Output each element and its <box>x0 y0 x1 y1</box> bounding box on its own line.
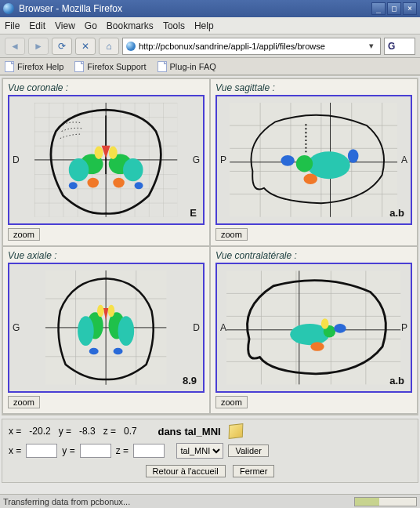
coords-panel: x = -20.2 y = -8.3 z = 0.7 dans tal_MNI … <box>2 419 418 483</box>
url-dropdown-icon[interactable]: ▾ <box>366 41 377 51</box>
forward-button[interactable]: ► <box>28 38 49 55</box>
svg-point-5 <box>69 158 89 181</box>
coord-z-label: z = <box>103 426 116 437</box>
retour-button[interactable]: Retour à l'accueil <box>146 465 226 477</box>
svg-point-7 <box>88 178 100 188</box>
page-icon <box>74 61 84 72</box>
bookmark-firefox-help[interactable]: Firefox Help <box>5 61 63 72</box>
url-text: http://pcbonux/sandrine/appli-1/appli/fi… <box>139 42 366 51</box>
menu-edit[interactable]: Edit <box>29 20 45 31</box>
firefox-globe-icon <box>3 3 14 14</box>
coord-z-value: 0.7 <box>124 426 137 437</box>
input-z-label: z = <box>116 445 129 456</box>
zoom-button[interactable]: zoom <box>215 396 248 408</box>
valider-button[interactable]: Valider <box>228 444 268 457</box>
side-label-right: A <box>401 154 407 165</box>
slice-label: 8.9 <box>183 375 197 386</box>
bookmark-firefox-support[interactable]: Firefox Support <box>74 61 146 72</box>
coord-y-label: y = <box>59 426 71 437</box>
slice-label: E <box>190 207 197 219</box>
side-label-left: A <box>220 322 226 333</box>
menu-help[interactable]: Help <box>194 20 214 31</box>
window-close-button[interactable]: × <box>403 2 417 15</box>
side-label-right: G <box>193 154 200 165</box>
window-minimize-button[interactable]: _ <box>371 2 386 15</box>
svg-point-42 <box>118 316 135 346</box>
svg-point-9 <box>69 182 78 189</box>
brain-svg <box>226 270 400 385</box>
svg-point-12 <box>109 147 118 159</box>
bookmark-label: Firefox Help <box>17 62 63 71</box>
brain-svg <box>226 103 400 217</box>
svg-point-46 <box>114 348 123 355</box>
bookmark-plugin-faq[interactable]: Plug-in FAQ <box>158 61 216 72</box>
input-y-label: y = <box>62 445 74 456</box>
zoom-button[interactable]: zoom <box>215 228 248 241</box>
side-label-left: G <box>13 322 20 333</box>
svg-point-28 <box>348 149 359 162</box>
coord-y-value: -8.3 <box>79 426 96 437</box>
url-bar[interactable]: http://pcbonux/sandrine/appli-1/appli/fi… <box>122 38 381 55</box>
view-title: Vue sagittale : <box>215 82 412 93</box>
view-title: Vue coronale : <box>8 82 205 93</box>
coord-x-label: x = <box>9 426 21 437</box>
search-engine-icon: G <box>388 41 395 52</box>
status-text: Transferring data from pcbonux... <box>3 497 130 506</box>
window-maximize-button[interactable]: □ <box>387 2 401 15</box>
svg-point-44 <box>108 305 115 317</box>
note-icon[interactable] <box>228 423 243 439</box>
menu-bookmarks[interactable]: Bookmarks <box>107 20 154 31</box>
page-icon <box>126 42 136 51</box>
input-y[interactable] <box>80 444 111 458</box>
svg-point-6 <box>123 158 143 181</box>
stop-button[interactable]: ✕ <box>75 38 96 55</box>
svg-point-60 <box>335 324 346 333</box>
slice-label: a.b <box>389 207 404 219</box>
reload-button[interactable]: ⟳ <box>52 38 72 55</box>
input-z[interactable] <box>133 444 165 458</box>
view-coronale: Vue coronale : D G E <box>2 78 210 246</box>
fermer-button[interactable]: Fermer <box>233 465 274 477</box>
input-x[interactable] <box>26 444 57 458</box>
zoom-button[interactable]: zoom <box>8 396 40 408</box>
svg-point-62 <box>321 318 329 329</box>
svg-point-27 <box>281 155 295 166</box>
brain-figure-axiale: G D 8.9 <box>8 263 205 393</box>
bookmark-label: Plug-in FAQ <box>170 62 216 71</box>
menu-tools[interactable]: Tools <box>163 20 185 31</box>
brain-figure-sagittale: P A a.b <box>215 95 412 225</box>
svg-point-61 <box>311 342 324 351</box>
coord-x-value: -20.2 <box>29 426 50 437</box>
svg-point-8 <box>114 178 125 188</box>
brain-figure-coronale: D G E <box>8 95 205 225</box>
bookmark-label: Firefox Support <box>87 62 146 71</box>
view-title: Vue contralatérale : <box>215 250 412 261</box>
menu-view[interactable]: View <box>55 20 75 31</box>
view-contralaterale: Vue contralatérale : A P a.b <box>210 246 418 414</box>
svg-point-26 <box>296 155 313 172</box>
menu-go[interactable]: Go <box>85 20 97 31</box>
zoom-button[interactable]: zoom <box>8 228 40 241</box>
side-label-right: P <box>401 322 407 333</box>
svg-point-45 <box>89 348 99 355</box>
dans-label: dans <box>158 426 181 437</box>
side-label-left: D <box>13 154 20 165</box>
window-title: Browser - Mozilla Firefox <box>19 3 371 14</box>
back-button[interactable]: ◄ <box>5 38 25 55</box>
nav-toolbar: ◄ ► ⟳ ✕ ⌂ http://pcbonux/sandrine/appli-… <box>0 34 420 58</box>
menu-file[interactable]: File <box>5 20 20 31</box>
page-content: Vue coronale : D G E <box>0 75 420 494</box>
space-select[interactable]: tal_MNI <box>176 443 223 459</box>
side-label-left: P <box>220 154 226 165</box>
menubar: File Edit View Go Bookmarks Tools Help <box>0 17 420 34</box>
svg-point-11 <box>95 147 103 159</box>
space-label: tal_MNI <box>184 426 220 437</box>
window-titlebar: Browser - Mozilla Firefox _ □ × <box>0 0 420 17</box>
home-button[interactable]: ⌂ <box>99 38 119 55</box>
svg-point-43 <box>97 305 104 317</box>
search-box[interactable]: G <box>384 38 415 55</box>
svg-point-41 <box>78 316 94 346</box>
brain-svg <box>19 270 193 385</box>
side-label-right: D <box>193 322 200 333</box>
bookmarks-toolbar: Firefox Help Firefox Support Plug-in FAQ <box>0 58 420 75</box>
